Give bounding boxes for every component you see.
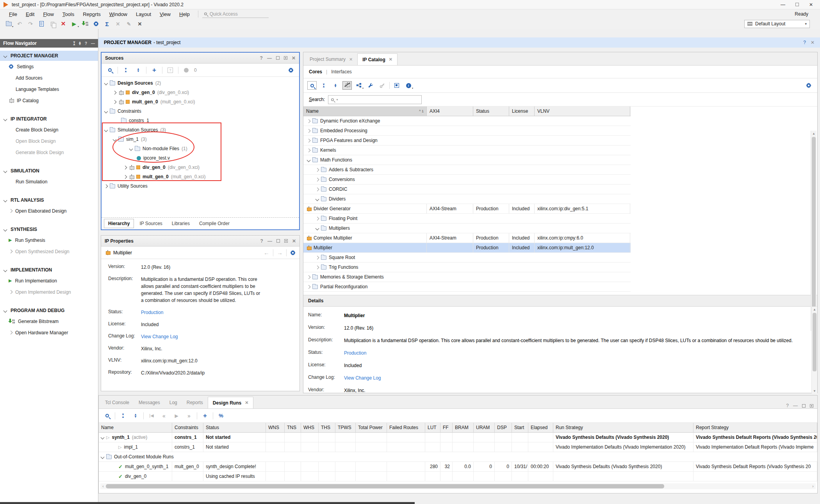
menu-flow[interactable]: Flow <box>39 11 58 18</box>
close-icon[interactable]: ✕ <box>811 40 815 45</box>
sidebar-item-open-block-design[interactable]: Open Block Design <box>0 135 98 147</box>
sidebar-item-program-and-debug[interactable]: PROGRAM AND DEBUG <box>0 305 98 316</box>
search-button[interactable] <box>105 66 114 75</box>
expand-all-button[interactable]: ▴▾ <box>134 66 143 75</box>
column-header[interactable]: Name <box>99 423 172 432</box>
catalog-row[interactable]: CORDIC <box>303 185 631 194</box>
float-panel-icon[interactable] <box>284 56 287 60</box>
generate-bitstream-button[interactable]: 0110 <box>80 20 90 28</box>
sidebar-item-project-manager[interactable]: PROJECT MANAGER <box>0 51 98 61</box>
scroll-down-icon[interactable]: ▼ <box>812 388 817 394</box>
create-run-button[interactable]: + <box>200 412 210 420</box>
float-panel-icon[interactable] <box>810 404 813 408</box>
column-header[interactable]: DSP <box>495 423 512 432</box>
menu-help[interactable]: Help <box>175 11 194 18</box>
sidebar-item-run-simulation[interactable]: Run Simulation <box>0 176 98 187</box>
sidebar-item-ip-integrator[interactable]: IP INTEGRATOR <box>0 114 98 124</box>
column-header[interactable]: Report Strategy <box>693 423 817 432</box>
save-button[interactable] <box>37 20 46 28</box>
cancel-run-button[interactable]: ✕ <box>113 20 123 28</box>
sidebar-item-simulation[interactable]: SIMULATION <box>0 166 98 176</box>
minimize-panel-icon[interactable]: — <box>267 238 272 244</box>
change-log-link[interactable]: View Change Log <box>141 333 262 340</box>
catalog-row[interactable]: Dynamic Function eXchange <box>303 116 631 126</box>
column-header[interactable]: WHS <box>301 423 319 432</box>
details-status-link[interactable]: Production <box>344 350 793 357</box>
column-header[interactable]: Run Strategy <box>553 423 693 432</box>
help-icon[interactable]: ? <box>803 40 806 45</box>
catalog-row[interactable]: Square Root <box>303 253 631 263</box>
search-button[interactable] <box>307 81 317 90</box>
catalog-row[interactable]: Multipliers <box>303 224 631 233</box>
tab-reports[interactable]: Reports <box>182 397 208 408</box>
maximize-panel-icon[interactable] <box>276 239 280 243</box>
column-header-license[interactable]: License <box>509 106 535 116</box>
menu-tools[interactable]: Tools <box>58 11 78 18</box>
details-change-log-link[interactable]: View Change Log <box>344 374 793 382</box>
catalog-row[interactable]: Floating Point <box>303 214 631 224</box>
subtab-interfaces[interactable]: Interfaces <box>331 69 352 75</box>
sidebar-item-open-implemented-design[interactable]: Open Implemented Design <box>0 286 98 298</box>
column-header-status[interactable]: Status <box>473 106 509 116</box>
column-header[interactable]: Constraints <box>172 423 203 432</box>
sidebar-item-synthesis[interactable]: SYNTHESIS <box>0 224 98 234</box>
menu-reports[interactable]: Reports <box>78 11 105 18</box>
help-icon[interactable]: ? <box>260 238 263 244</box>
tree-item-sim-mult-gen-0[interactable]: mult_gen_0 (mult_gen_0.xci) <box>102 172 299 181</box>
catalog-settings-button[interactable] <box>804 81 813 90</box>
report-button[interactable]: Σ <box>102 20 112 28</box>
close-icon[interactable]: ✕ <box>389 57 392 62</box>
minimize-button[interactable]: — <box>777 1 789 8</box>
sidebar-item-add-sources[interactable]: Add Sources <box>0 72 98 83</box>
runs-horizontal-scrollbar[interactable]: ‹ › <box>100 483 816 489</box>
customize-button[interactable]: ✕ <box>135 20 144 28</box>
tab-messages[interactable]: Messages <box>134 397 165 408</box>
sidebar-item-rtl-analysis[interactable]: RTL ANALYSIS <box>0 195 98 205</box>
help-icon[interactable]: ? <box>85 41 87 46</box>
column-header[interactable]: FF <box>440 423 453 432</box>
catalog-row[interactable]: Dividers <box>303 194 631 204</box>
run-row-ooc-group[interactable]: Out-of-Context Module Runs <box>99 452 817 462</box>
menu-view[interactable]: View <box>155 11 175 18</box>
group-by-button[interactable]: ▾ <box>354 81 364 90</box>
column-header[interactable]: Failed Routes <box>387 423 425 432</box>
missing-sources-button[interactable]: ? <box>166 66 175 75</box>
minimize-panel-icon[interactable]: — <box>91 41 95 46</box>
catalog-row-multiplier-selected[interactable]: Multiplier ProductionIncludedxilinx.com:… <box>303 243 631 253</box>
edit-button[interactable]: ✎ <box>124 20 134 28</box>
next-run-button[interactable]: » <box>184 412 194 420</box>
collapse-all-button[interactable]: ▾▴ <box>118 412 128 420</box>
tree-item-non-module-files[interactable]: Non-module Files (1) <box>102 144 299 153</box>
run-row-synth-1[interactable]: ▷synth_1 (active) constrs_1 Not started … <box>99 433 817 442</box>
scroll-up-icon[interactable]: ▲ <box>811 131 816 136</box>
maximize-button[interactable] <box>791 1 803 8</box>
expand-all-button[interactable]: ▴▾ <box>331 81 340 90</box>
column-header[interactable]: WNS <box>266 423 285 432</box>
tree-item-ipcore-test[interactable]: ipcore_test.v <box>102 153 299 163</box>
back-icon[interactable]: ← <box>264 249 269 256</box>
resource-pct-button[interactable]: % <box>216 412 226 420</box>
play-run-button[interactable]: ▶ <box>172 412 181 420</box>
catalog-search-box[interactable]: ▾ <box>328 95 422 104</box>
run-row-div-gen-0[interactable]: ✓div_gen_0 Using cached IP results <box>99 472 817 481</box>
catalog-vertical-scrollbar[interactable]: ▲ <box>811 131 816 331</box>
status-link[interactable]: Production <box>141 309 262 316</box>
column-header[interactable]: TPWS <box>335 423 356 432</box>
tab-project-summary[interactable]: Project Summary✕ <box>305 53 357 65</box>
catalog-row-complex-multiplier[interactable]: Complex Multiplier AXI4-StreamProduction… <box>303 233 631 243</box>
redo-button[interactable]: ↷ <box>26 20 35 28</box>
copy-button[interactable] <box>48 20 57 28</box>
catalog-row[interactable]: Embedded Processing <box>303 126 631 136</box>
expand-all-button[interactable]: ▴▾ <box>131 412 140 420</box>
settings-button[interactable] <box>91 20 101 28</box>
column-header[interactable]: Status <box>203 423 266 432</box>
column-header[interactable]: THS <box>319 423 335 432</box>
column-header[interactable]: LUT <box>425 423 440 432</box>
tab-ip-catalog[interactable]: IP Catalog✕ <box>357 53 398 65</box>
sources-panel-header[interactable]: Sources ? — ✕ <box>102 53 299 64</box>
catalog-row[interactable]: Conversions <box>303 175 631 185</box>
close-panel-icon[interactable]: ✕ <box>292 55 296 61</box>
prev-run-button[interactable]: « <box>159 412 169 420</box>
close-icon[interactable]: ✕ <box>245 400 248 405</box>
column-header[interactable]: BRAM <box>453 423 474 432</box>
